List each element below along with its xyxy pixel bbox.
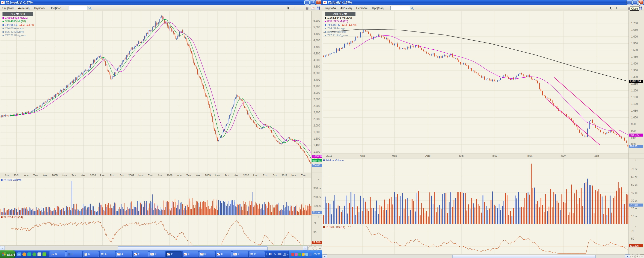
svg-text:Σεπ: Σεπ <box>110 174 114 177</box>
menu-item[interactable]: Προβολή <box>370 6 386 10</box>
symbol-search-input[interactable] <box>68 6 88 10</box>
legend-item: 930.4615 Με(10) <box>3 20 34 23</box>
search-icon[interactable] <box>410 6 415 10</box>
scroll-right-icon[interactable]: ► <box>625 254 630 258</box>
menu-item[interactable]: Περίοδοι <box>354 6 370 10</box>
alert-icon[interactable] <box>291 253 294 256</box>
shield-icon[interactable] <box>43 252 46 256</box>
scroll-right-icon[interactable]: ► <box>303 246 308 250</box>
minimize-button[interactable]: ▁ <box>627 0 632 5</box>
scrollbar-thumb[interactable] <box>118 246 268 250</box>
taskbar-button[interactable]: F. <box>183 251 198 257</box>
antivirus-icon[interactable] <box>298 253 301 256</box>
volume-pane-label: 24.4 εκ Volume <box>1 178 21 181</box>
menu-item[interactable]: Σύμβολα <box>322 6 338 10</box>
language-indicator[interactable]: EL <box>269 253 272 256</box>
scroll-left-icon[interactable]: ◄ <box>322 254 327 258</box>
menu-item[interactable]: Προβολή <box>47 6 63 10</box>
volume-swatch <box>1 179 3 181</box>
globe-icon[interactable] <box>32 252 36 256</box>
pointer-icon[interactable] <box>609 6 613 10</box>
taskbar-button[interactable]: Ε. <box>199 251 215 257</box>
scrollbar-thumb[interactable] <box>452 255 596 258</box>
rsi-pane-close-icon[interactable]: × <box>317 216 320 219</box>
daily-chart-canvas: 8008509009501,0001,0501,1001,1501,2001,2… <box>322 11 644 254</box>
minimize-button[interactable]: ▁ <box>304 0 310 5</box>
msn-icon[interactable] <box>295 253 298 256</box>
svg-text:Ιουν: Ιουν <box>100 174 105 177</box>
taskbar-button[interactable]: Γ. <box>133 251 149 257</box>
grid-icon[interactable]: ▦ <box>305 6 309 10</box>
scrollbar-track[interactable] <box>327 255 625 258</box>
restore-button[interactable]: ❐ <box>632 0 638 5</box>
chart-icon[interactable] <box>310 6 315 10</box>
legend-date: Δευ 26 Σεπ <box>325 12 355 16</box>
volume-pane-close-icon[interactable]: × <box>634 159 637 162</box>
taskbar-button[interactable]: Α <box>100 251 115 257</box>
keyboard-icon[interactable]: ⌨ <box>278 253 281 256</box>
svg-text:950: 950 <box>631 122 636 125</box>
clock-app-icon[interactable] <box>22 252 26 256</box>
menu-item[interactable]: Ανάλυση <box>338 6 354 10</box>
svg-text:Ιουν: Ιουν <box>215 174 220 177</box>
zoom-plus-icon[interactable]: + <box>614 6 619 10</box>
menu-item[interactable]: Περίοδοι <box>32 6 47 10</box>
menu-item[interactable]: Ανάλυση <box>16 6 32 10</box>
volume-pane-close-icon[interactable]: × <box>317 179 320 181</box>
svg-text:30 εκ: 30 εκ <box>631 199 637 202</box>
svg-text:20 εκ: 20 εκ <box>631 207 637 210</box>
chart-icon <box>150 253 154 256</box>
svg-text:Απρ: Απρ <box>425 154 430 157</box>
recycle-icon[interactable] <box>37 252 41 256</box>
taskbar-button[interactable]: Ε. <box>232 251 248 257</box>
zoom-in-icon[interactable]: + <box>635 254 639 258</box>
svg-text:1,400: 1,400 <box>313 144 320 147</box>
svg-text:5,200: 5,200 <box>313 19 320 22</box>
taskbar-button-active[interactable]: Γ. <box>166 251 182 257</box>
taskbar-button[interactable]: Β. <box>50 251 66 257</box>
messenger-icon[interactable] <box>27 252 31 256</box>
display-icon[interactable] <box>309 253 312 256</box>
menu-item[interactable]: Σύμβολα <box>0 6 16 10</box>
fit-width-icon[interactable]: ↔ <box>318 246 322 250</box>
scrollbar-track[interactable] <box>5 246 303 250</box>
titlebar-daily[interactable]: ΓΔ [daily] -1.67% ▁ ❐ ✕ <box>322 0 644 5</box>
svg-text:Μαι: Μαι <box>459 154 464 157</box>
zoom-in-icon[interactable]: + <box>313 246 317 250</box>
taskbar-button[interactable]: Α <box>116 251 132 257</box>
taskbar-button[interactable]: Η <box>83 251 99 257</box>
zoom-out-icon[interactable]: − <box>308 246 312 250</box>
symbol-search-input[interactable] <box>390 6 410 10</box>
taskbar-button[interactable]: Ι. <box>66 251 82 257</box>
ie-icon[interactable]: e <box>17 252 21 256</box>
taskbar-button[interactable]: Ε. <box>149 251 165 257</box>
network-icon[interactable] <box>305 253 308 256</box>
band-scroll-icon[interactable]: ▲▼ <box>266 253 267 256</box>
save-icon[interactable] <box>316 6 320 10</box>
fit-width-icon[interactable]: ↔ <box>640 254 644 258</box>
legend-item: 806.42 Μέγιστο <box>325 30 356 34</box>
rsi-pane-close-icon[interactable]: × <box>634 226 637 229</box>
svg-text:Ιουν: Ιουν <box>138 174 143 177</box>
help-icon[interactable]: ? <box>283 253 286 256</box>
expand-tray-icon[interactable]: ˄ <box>287 253 289 255</box>
zoom-plus-icon[interactable]: + <box>292 6 296 10</box>
rsi-pane-label: 31.1205 RSI(14) <box>323 225 345 229</box>
close-button[interactable]: ✕ <box>316 0 321 5</box>
pencil-icon[interactable]: ✎ <box>274 253 276 256</box>
titlebar-weekly[interactable]: ΓΔ [weekly] -1.67% ▁ ❐ ✕ <box>0 0 322 5</box>
restore-button[interactable]: ❐ <box>310 0 315 5</box>
zoom-out-icon[interactable]: − <box>630 254 635 258</box>
scroll-left-icon[interactable]: ◄ <box>0 246 5 250</box>
chart-icon <box>233 253 237 256</box>
svg-text:Σεπ: Σεπ <box>301 174 306 177</box>
notepad-icon <box>84 253 87 256</box>
svg-text:3,800: 3,800 <box>313 65 320 68</box>
taskbar-button[interactable]: Π <box>249 251 265 257</box>
search-icon[interactable] <box>88 6 92 10</box>
svg-text:Ιουν: Ιουν <box>24 174 29 177</box>
pointer-icon[interactable] <box>286 6 291 10</box>
update-icon[interactable] <box>302 253 305 256</box>
taskbar-button[interactable]: Ε. <box>216 251 232 257</box>
start-button[interactable]: start <box>0 250 15 258</box>
